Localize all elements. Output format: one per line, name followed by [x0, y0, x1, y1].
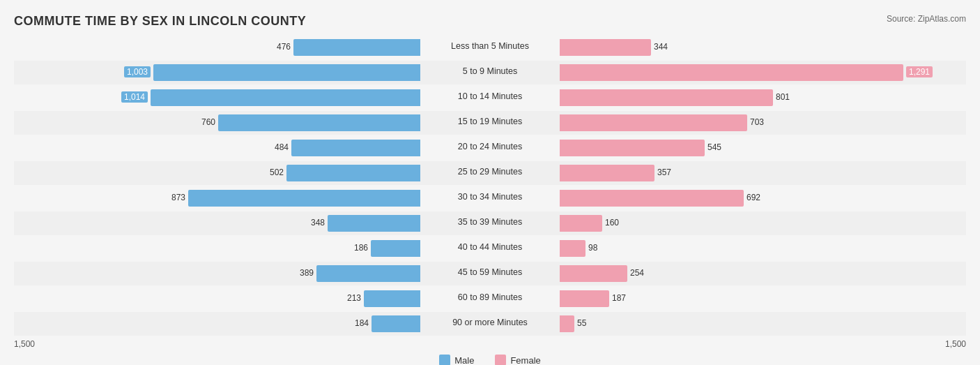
female-bar	[560, 190, 744, 207]
male-value: 1,014	[121, 92, 148, 102]
female-bar	[560, 315, 574, 332]
male-bar	[316, 265, 420, 282]
female-bar	[560, 64, 903, 81]
female-value: 801	[776, 92, 790, 102]
female-value: 692	[747, 193, 760, 202]
male-bar	[291, 140, 420, 156]
female-value: 160	[605, 218, 619, 228]
row-label: 45 to 59 Minutes	[420, 267, 560, 277]
chart-row: 45 to 59 Minutes389254	[14, 262, 966, 285]
row-label: 60 to 89 Minutes	[420, 292, 560, 302]
row-label: 35 to 39 Minutes	[420, 217, 560, 227]
row-label: 15 to 19 Minutes	[420, 117, 560, 126]
female-bar	[560, 290, 609, 307]
legend-male-label: Male	[454, 355, 474, 366]
chart-row: 5 to 9 Minutes1,0031,291	[14, 61, 966, 84]
female-bar	[560, 265, 627, 282]
row-label: 10 to 14 Minutes	[420, 91, 560, 101]
legend-female-label: Female	[510, 355, 540, 366]
chart-title: COMMUTE TIME BY SEX IN LINCOLN COUNTY	[14, 14, 966, 29]
male-value: 348	[311, 218, 325, 228]
male-value: 484	[275, 142, 289, 152]
male-bar	[286, 165, 420, 181]
female-value: 703	[750, 117, 764, 127]
female-value: 187	[612, 293, 626, 303]
row-label: 5 to 9 Minutes	[420, 66, 560, 76]
chart-row: 20 to 24 Minutes484545	[14, 136, 966, 160]
male-bar	[371, 240, 420, 257]
male-value: 184	[355, 318, 369, 328]
row-label: 90 or more Minutes	[420, 318, 560, 327]
row-label: 40 to 44 Minutes	[420, 242, 560, 252]
male-value: 213	[347, 293, 361, 303]
male-bar	[188, 190, 420, 207]
female-value: 254	[630, 268, 644, 278]
female-bar	[560, 240, 585, 257]
male-value: 873	[171, 193, 185, 202]
male-value: 760	[201, 117, 215, 127]
male-value: 1,003	[124, 67, 151, 77]
axis-row: 1,500 1,500	[14, 339, 966, 349]
legend-female-icon	[495, 355, 506, 365]
chart-row: 30 to 34 Minutes873692	[14, 186, 966, 210]
legend: Male Female	[14, 355, 966, 365]
axis-left: 1,500	[14, 339, 35, 349]
female-value: 1,291	[906, 67, 933, 77]
chart-row: 35 to 39 Minutes348160	[14, 211, 966, 235]
male-bar	[218, 114, 420, 131]
female-value: 357	[657, 167, 671, 177]
female-value: 55	[577, 318, 586, 328]
male-value: 389	[300, 268, 314, 278]
axis-right: 1,500	[945, 339, 966, 349]
legend-female: Female	[495, 355, 540, 365]
chart-row: 40 to 44 Minutes18698	[14, 237, 966, 260]
female-bar	[560, 140, 705, 156]
row-label: Less than 5 Minutes	[420, 41, 560, 51]
female-bar	[560, 39, 651, 56]
female-bar	[560, 89, 773, 106]
chart-row: 15 to 19 Minutes760703	[14, 111, 966, 135]
male-bar	[153, 64, 420, 81]
source-text: Source: ZipAtlas.com	[887, 14, 966, 24]
female-value: 98	[588, 243, 597, 253]
legend-male-icon	[439, 355, 450, 365]
female-value: 344	[654, 42, 668, 52]
chart-row: 60 to 89 Minutes213187	[14, 287, 966, 311]
male-value: 186	[354, 243, 368, 253]
row-label: 25 to 29 Minutes	[420, 167, 560, 177]
male-bar	[364, 290, 420, 307]
female-bar	[560, 215, 602, 232]
row-label: 30 to 34 Minutes	[420, 192, 560, 202]
female-bar	[560, 114, 747, 131]
male-bar	[293, 39, 420, 56]
male-bar	[151, 89, 420, 106]
row-label: 20 to 24 Minutes	[420, 142, 560, 151]
chart-area: Less than 5 Minutes4763445 to 9 Minutes1…	[14, 36, 966, 336]
chart-container: COMMUTE TIME BY SEX IN LINCOLN COUNTY So…	[0, 0, 980, 365]
chart-row: Less than 5 Minutes476344	[14, 36, 966, 59]
legend-male: Male	[439, 355, 474, 365]
male-bar	[372, 315, 420, 332]
chart-row: 10 to 14 Minutes1,014801	[14, 86, 966, 110]
chart-row: 25 to 29 Minutes502357	[14, 161, 966, 185]
chart-row: 90 or more Minutes18455	[14, 312, 966, 336]
male-value: 502	[270, 167, 284, 177]
male-bar	[328, 215, 420, 232]
female-value: 545	[707, 142, 721, 152]
female-bar	[560, 165, 654, 181]
male-value: 476	[277, 42, 291, 52]
